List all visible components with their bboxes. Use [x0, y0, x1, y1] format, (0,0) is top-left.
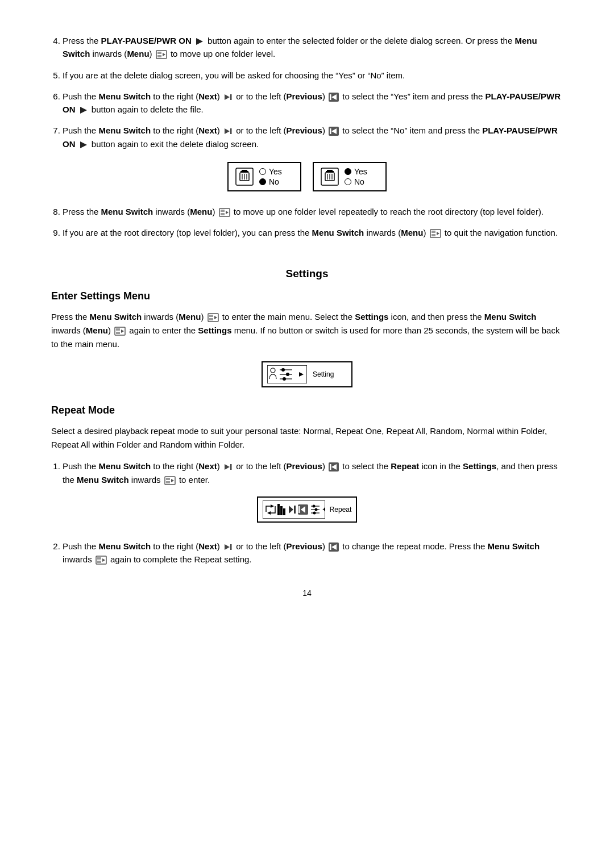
menu-icon-1	[156, 50, 167, 59]
svg-rect-75	[298, 506, 300, 513]
settings-title: Settings	[51, 268, 563, 280]
svg-rect-33	[221, 213, 225, 215]
page-content: Press the PLAY-PAUSE/PWR ON button again…	[51, 34, 563, 598]
setting-label: Setting	[313, 370, 334, 378]
step-9: If you are at the root directory (top le…	[63, 226, 563, 239]
prev-icon-r1	[329, 462, 339, 471]
menu-icon-settings2	[114, 327, 126, 336]
radio-no-empty	[345, 178, 351, 185]
repeat-menu-image: ✦ Repeat	[51, 496, 563, 523]
step-4-text: Press the PLAY-PAUSE/PWR ON button again…	[63, 36, 537, 59]
step6-previous: Previous	[287, 91, 322, 101]
svg-rect-87	[330, 544, 331, 550]
menu-icon-2	[219, 208, 230, 217]
play-icon-3	[79, 141, 88, 149]
svg-rect-37	[432, 234, 435, 236]
step4-menu: Menu	[127, 49, 149, 59]
repeat-step-1-text: Push the Menu Switch to the right (Next)…	[63, 461, 558, 484]
delete-steps-list-2: Press the Menu Switch inwards (Menu) to …	[51, 205, 563, 240]
step-7: Push the Menu Switch to the right (Next)…	[63, 124, 563, 151]
repeat-mode-subtitle: Repeat Mode	[51, 404, 563, 416]
delete-icon-right	[320, 166, 340, 187]
svg-rect-36	[432, 231, 435, 233]
repeat-box-display: ✦ Repeat	[257, 496, 358, 523]
repeat-step-2-text: Push the Menu Switch to the right (Next)…	[63, 541, 540, 564]
dialog-right-yes: Yes	[345, 167, 367, 176]
dialog-left-yes: Yes	[259, 167, 282, 176]
svg-rect-89	[97, 557, 101, 560]
trash-icon-left	[235, 167, 254, 186]
radio-yes-empty	[259, 168, 266, 175]
svg-point-52	[281, 368, 285, 372]
step-8: Press the Menu Switch inwards (Menu) to …	[63, 205, 563, 218]
dialog-left-no-label: No	[269, 177, 279, 186]
rs2-next: Next	[198, 541, 217, 551]
svg-rect-45	[116, 332, 120, 334]
repeat-menu-bar-svg: ✦	[263, 500, 325, 519]
svg-rect-90	[97, 561, 101, 563]
svg-rect-6	[230, 94, 232, 100]
svg-rect-60	[330, 464, 331, 470]
rs1-settings: Settings	[463, 461, 496, 471]
step-6: Push the Menu Switch to the right (Next)…	[63, 90, 563, 116]
step-4: Press the PLAY-PAUSE/PWR ON button again…	[63, 34, 563, 61]
next-icon-r2	[223, 543, 233, 551]
repeat-label: Repeat	[330, 506, 352, 514]
step-8-text: Press the Menu Switch inwards (Menu) to …	[63, 207, 544, 216]
menu-icon-r2	[96, 556, 107, 565]
rs2-menuswitch2: Menu Switch	[487, 541, 540, 551]
rs1-menuswitch2: Menu Switch	[77, 475, 129, 485]
repeat-step-1: Push the Menu Switch to the right (Next)…	[63, 460, 563, 486]
next-icon-2	[223, 127, 233, 135]
menu-icon-r1	[164, 476, 176, 485]
dialog-left-yes-label: Yes	[269, 167, 282, 176]
repeat-mode-paragraph: Select a desired playback repeat mode to…	[51, 424, 563, 452]
svg-rect-63	[166, 481, 170, 483]
svg-marker-91	[102, 558, 105, 562]
svg-rect-84	[230, 544, 232, 550]
step9-menuswitch: Menu Switch	[312, 228, 364, 237]
svg-rect-2	[157, 52, 161, 54]
svg-point-53	[286, 373, 289, 376]
delete-icon-left	[234, 166, 255, 187]
svg-rect-25	[326, 171, 334, 172]
enter-settings-paragraph: Press the Menu Switch inwards (Menu) to …	[51, 310, 563, 351]
prev-icon-2	[329, 127, 339, 136]
prev-icon-r2	[329, 542, 339, 552]
setting-box-display: Setting	[262, 361, 352, 387]
svg-marker-83	[225, 544, 230, 550]
next-icon-r1	[223, 463, 233, 471]
step-5: If you are at the delete dialog screen, …	[63, 69, 563, 82]
svg-rect-57	[230, 464, 232, 470]
radio-yes-filled	[345, 168, 351, 175]
dialog-right-options: Yes No	[345, 167, 367, 186]
rs2-previous: Previous	[287, 541, 322, 551]
svg-marker-11	[225, 128, 230, 134]
step6-next: Next	[198, 91, 217, 101]
svg-rect-12	[230, 128, 232, 134]
rs2-menuswitch: Menu Switch	[98, 541, 151, 551]
dialog-right-yes-label: Yes	[354, 167, 367, 176]
step-7-text: Push the Menu Switch to the right (Next)…	[63, 126, 558, 148]
step-9-text: If you are at the root directory (top le…	[63, 228, 558, 237]
rs1-next: Next	[198, 461, 217, 471]
svg-rect-70	[283, 508, 285, 515]
svg-rect-69	[280, 506, 283, 515]
step8-menuswitch: Menu Switch	[101, 207, 154, 216]
settings-menuswitch1: Menu Switch	[90, 312, 142, 322]
svg-rect-9	[330, 94, 331, 100]
play-icon-2	[79, 106, 88, 114]
svg-rect-40	[209, 315, 213, 317]
dialog-left-no: No	[259, 177, 282, 186]
svg-marker-42	[214, 316, 217, 319]
repeat-mode-para-text: Select a desired playback repeat mode to…	[51, 426, 547, 449]
menu-icon-3	[430, 229, 441, 238]
svg-marker-5	[225, 94, 230, 100]
svg-point-79	[312, 504, 315, 507]
step9-menu: Menu	[401, 228, 423, 237]
svg-rect-3	[157, 55, 161, 57]
prev-icon-1	[329, 93, 339, 102]
delete-steps-list: Press the PLAY-PAUSE/PWR ON button again…	[51, 34, 563, 151]
step4-playpause: PLAY-PAUSE/PWR ON	[101, 36, 192, 45]
svg-marker-0	[196, 38, 203, 45]
